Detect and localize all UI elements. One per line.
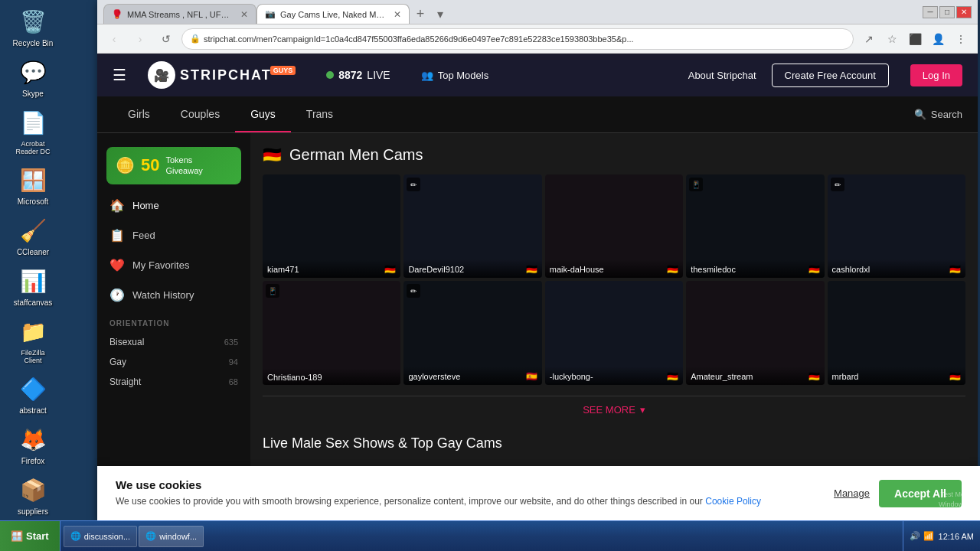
minimize-button[interactable]: ─ xyxy=(923,6,938,18)
taskbar-item-icon2: 🌐 xyxy=(145,531,156,541)
search-button[interactable]: 🔍 Search xyxy=(914,109,962,120)
tab-1[interactable]: 🥊 MMA Streams , NFL , UFC , NBA , B... ✕ xyxy=(103,4,256,24)
cam-mobile-badge: 📱 xyxy=(689,178,703,191)
sidebar-nav: 🏠 Home 📋 Feed ❤️ My Favorites 🕐 xyxy=(97,191,250,310)
address-bar[interactable]: 🔒 stripchat.com/men?campaignId=1c0a4cd84… xyxy=(181,28,854,50)
abstract-icon[interactable]: 🔷 abstract xyxy=(6,373,60,415)
cam-card-mrbard[interactable]: mrbard 🇩🇪 xyxy=(828,281,965,384)
tab-2[interactable]: 📷 Gay Cams Live, Naked Men Webca... ✕ xyxy=(256,4,410,24)
germany-flag: 🇩🇪 xyxy=(263,145,282,164)
sidebar-item-feed[interactable]: 📋 Feed xyxy=(97,220,250,250)
bookmark-button[interactable]: ☆ xyxy=(881,28,903,50)
create-account-button[interactable]: Create Free Account xyxy=(772,64,889,87)
top-models-link[interactable]: 👥 Top Models xyxy=(421,70,488,81)
cam-info: kiam471 🇩🇪 xyxy=(263,259,400,278)
sidebar-history-label: Watch History xyxy=(132,289,194,301)
site-header: ☰ 🎥 STRIPCHAT GUYS 8872 LIVE 👥 Top Model… xyxy=(97,54,978,96)
tab-guys[interactable]: Guys xyxy=(235,96,291,132)
cam-grid: kiam471 🇩🇪 ✏ DareDevil9102 🇩🇪 xyxy=(263,174,965,385)
cam-info: cashlordxl 🇩🇪 xyxy=(828,259,965,278)
sidebar-item-history[interactable]: 🕐 Watch History xyxy=(97,280,250,310)
staffcanvas-icon[interactable]: 📊 staffcanvas xyxy=(6,266,60,307)
tab1-close-button[interactable]: ✕ xyxy=(240,9,248,20)
orientation-gay[interactable]: Gay 94 xyxy=(97,352,250,372)
sidebar-item-favorites[interactable]: ❤️ My Favorites xyxy=(97,250,250,280)
favorites-icon: ❤️ xyxy=(109,258,125,272)
cam-card-christiano[interactable]: 📱 Christiano-189 xyxy=(263,281,400,384)
profile-button[interactable]: 👤 xyxy=(927,28,949,50)
system-clock: 12:16 AM xyxy=(939,532,974,541)
menu-button[interactable]: ⋮ xyxy=(950,28,972,50)
see-more-button[interactable]: SEE MORE ▾ xyxy=(263,396,965,423)
new-tab-button[interactable]: + xyxy=(410,4,431,24)
cam-card-luckybong[interactable]: -luckybong- 🇩🇪 xyxy=(545,281,683,384)
browser-toolbar: ‹ › ↺ 🔒 stripchat.com/men?campaignId=1c0… xyxy=(97,24,978,54)
cam-info: maik-daHouse 🇩🇪 xyxy=(545,259,683,278)
cam-name: -luckybong- xyxy=(550,372,593,381)
site-logo: 🎥 STRIPCHAT GUYS xyxy=(148,61,296,89)
cam-card-gaylover[interactable]: ✏ gayloversteve 🇪🇸 xyxy=(403,281,541,384)
bisexual-label: Bisexual xyxy=(109,337,144,347)
cam-card-daredevil[interactable]: ✏ DareDevil9102 🇩🇪 xyxy=(403,174,541,278)
hamburger-menu-button[interactable]: ☰ xyxy=(113,66,126,84)
cam-card-amateur[interactable]: Amateur_stream 🇩🇪 xyxy=(686,281,824,384)
cam-flag: 🇩🇪 xyxy=(949,371,961,382)
cookie-banner: We use cookies We use cookies to provide… xyxy=(97,466,980,520)
microsoft-icon[interactable]: 🪟 Microsoft xyxy=(6,165,60,206)
top-models-label: Top Models xyxy=(438,70,488,81)
cam-flag: 🇩🇪 xyxy=(384,264,396,275)
suppliers-icon[interactable]: 📦 suppliers xyxy=(6,474,60,516)
cam-card-cashlord[interactable]: ✏ cashlordxl 🇩🇪 xyxy=(828,174,965,278)
start-button[interactable]: 🪟 Start xyxy=(0,521,60,551)
cam-card-thesmiledoc[interactable]: 📱 thesmiledoc 🇩🇪 xyxy=(686,174,824,278)
orientation-straight[interactable]: Straight 68 xyxy=(97,372,250,392)
chevron-down-icon: ▾ xyxy=(640,404,645,416)
tab-overflow-button[interactable]: ▾ xyxy=(431,4,449,24)
extensions-button[interactable]: ⬛ xyxy=(904,28,926,50)
cookie-policy-link[interactable]: Cookie Policy xyxy=(705,496,761,507)
cam-card-kiam471[interactable]: kiam471 🇩🇪 xyxy=(263,174,400,278)
tokens-label: TokensGiveaway xyxy=(165,155,202,177)
share-button[interactable]: ↗ xyxy=(858,28,880,50)
tab-couples[interactable]: Couples xyxy=(165,96,235,132)
german-cams-header: 🇩🇪 German Men Cams xyxy=(263,145,965,164)
ccleaner-icon[interactable]: 🧹 CCleaner xyxy=(6,215,60,256)
refresh-button[interactable]: ↺ xyxy=(155,28,177,50)
tokens-giveaway-banner[interactable]: 🪙 50 TokensGiveaway xyxy=(106,147,241,184)
test-mode-watermark: Test Mode Windows 7 Build 7601 xyxy=(939,490,972,521)
manage-cookies-button[interactable]: Manage xyxy=(834,487,870,499)
forward-button[interactable]: › xyxy=(129,28,151,50)
live-number: 8872 xyxy=(338,69,362,81)
cam-name: kiam471 xyxy=(267,265,299,274)
taskbar: 🪟 Start 🌐 discussion... 🌐 windowf... 🔊 📶… xyxy=(0,520,980,551)
home-icon: 🏠 xyxy=(109,198,125,213)
cam-name: Christiano-189 xyxy=(267,373,322,382)
tab-girls[interactable]: Girls xyxy=(113,96,165,132)
acrobat-icon[interactable]: 📄 AcrobatReader DC xyxy=(6,107,60,155)
skype-icon[interactable]: 💬 Skype xyxy=(6,57,60,98)
tab-trans[interactable]: Trans xyxy=(291,96,348,132)
straight-label: Straight xyxy=(109,377,141,387)
login-button[interactable]: Log In xyxy=(910,64,962,86)
tab1-title: MMA Streams , NFL , UFC , NBA , B... xyxy=(127,10,233,19)
maximize-button[interactable]: □ xyxy=(939,6,955,18)
sidebar-item-home[interactable]: 🏠 Home xyxy=(97,191,250,220)
orientation-bisexual[interactable]: Bisexual 635 xyxy=(97,332,250,352)
cam-info: thesmiledoc 🇩🇪 xyxy=(686,259,824,278)
tab2-close-button[interactable]: ✕ xyxy=(394,9,401,20)
filezilla-icon[interactable]: 📁 FileZillaClient xyxy=(6,316,60,364)
cam-card-maik[interactable]: maik-daHouse 🇩🇪 xyxy=(545,174,683,278)
back-button[interactable]: ‹ xyxy=(103,28,125,50)
taskbar-item-discussion[interactable]: 🌐 discussion... xyxy=(64,526,138,547)
logo-icon: 🎥 xyxy=(148,61,175,89)
gay-label: Gay xyxy=(109,357,126,367)
about-link[interactable]: About Stripchat xyxy=(688,70,756,81)
cam-flag: 🇩🇪 xyxy=(667,371,678,382)
recycle-bin-icon[interactable]: 🗑️ Recycle Bin xyxy=(6,6,60,47)
tray-icons: 🔊 📶 xyxy=(910,531,933,541)
taskbar-item-windowf[interactable]: 🌐 windowf... xyxy=(139,526,204,547)
firefox-icon[interactable]: 🦊 Firefox xyxy=(6,424,60,465)
cam-info: mrbard 🇩🇪 xyxy=(828,367,965,385)
close-button[interactable]: ✕ xyxy=(956,6,972,18)
tokens-icon: 🪙 xyxy=(116,156,135,174)
